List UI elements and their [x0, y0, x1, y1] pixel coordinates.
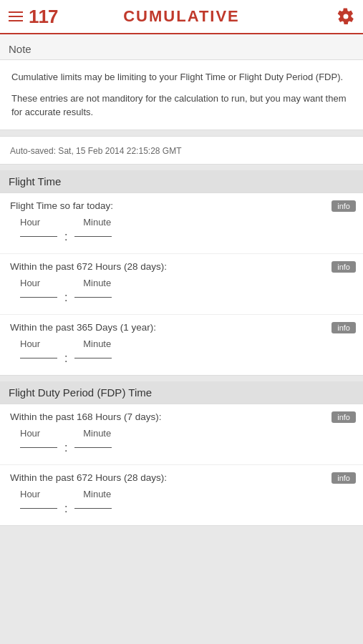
- autosave-bar: Auto-saved: Sat, 15 Feb 2014 22:15:28 GM…: [0, 136, 363, 165]
- info-button-365[interactable]: info: [331, 322, 356, 333]
- hour-input-365[interactable]: [20, 358, 57, 358]
- minute-input-365[interactable]: [74, 358, 112, 358]
- minute-label-fdp-672: Minute: [83, 489, 111, 499]
- hour-label-today: Hour: [20, 217, 40, 228]
- minute-label-fdp-168: Minute: [83, 428, 111, 439]
- hour-input-today[interactable]: [20, 236, 57, 237]
- hour-input-672-ft[interactable]: [20, 297, 57, 298]
- note-card: Cumulative limits may be limiting to you…: [0, 59, 363, 130]
- hour-input-fdp-168[interactable]: [20, 447, 57, 448]
- hm-inputs-today: :: [10, 230, 353, 243]
- hm-labels-fdp-168: Hour Minute: [10, 428, 353, 439]
- minute-input-today[interactable]: [74, 236, 112, 237]
- fdp-subtitle-168: Within the past 168 Hours (7 days):: [10, 411, 353, 422]
- hour-label-fdp-168: Hour: [20, 428, 40, 439]
- fdp-time-cards: info Within the past 168 Hours (7 days):…: [0, 404, 363, 526]
- page-title: CUMULATIVE: [123, 7, 240, 26]
- settings-icon[interactable]: [337, 8, 354, 25]
- flight-time-cards: info Flight Time so far today: Hour Minu…: [0, 192, 363, 376]
- fdp-subtitle-672: Within the past 672 Hours (28 days):: [10, 472, 353, 483]
- info-button-672-ft[interactable]: info: [331, 261, 356, 273]
- minute-input-fdp-672[interactable]: [74, 508, 112, 509]
- colon-today: :: [63, 230, 69, 243]
- minute-label-672: Minute: [83, 278, 111, 288]
- minute-input-672-ft[interactable]: [74, 297, 112, 298]
- flight-time-subtitle-365: Within the past 365 Days (1 year):: [10, 322, 353, 333]
- menu-button[interactable]: [9, 11, 23, 21]
- hour-label-365: Hour: [20, 338, 40, 349]
- hm-inputs-fdp-168: :: [10, 441, 353, 454]
- hour-label-672: Hour: [20, 278, 40, 288]
- hm-inputs-672: :: [10, 291, 353, 304]
- flight-time-subtitle-today: Flight Time so far today:: [10, 200, 353, 211]
- info-button-168[interactable]: info: [331, 411, 356, 423]
- hm-labels-today: Hour Minute: [10, 217, 353, 228]
- header-left: 117: [9, 6, 57, 28]
- app-header: 117 CUMULATIVE: [0, 0, 363, 34]
- info-button-today[interactable]: info: [331, 200, 356, 212]
- autosave-text: Auto-saved: Sat, 15 Feb 2014 22:15:28 GM…: [10, 146, 181, 156]
- fdp-row-672: info Within the past 672 Hours (28 days)…: [0, 465, 363, 525]
- hm-labels-365: Hour Minute: [10, 338, 353, 349]
- note-label: Note: [0, 40, 363, 59]
- fdp-header: Flight Duty Period (FDP) Time: [0, 381, 363, 404]
- hm-inputs-365: :: [10, 352, 353, 365]
- hour-input-fdp-672[interactable]: [20, 508, 57, 509]
- note-text-1: Cumulative limits may be limiting to you…: [11, 70, 352, 84]
- colon-fdp-672: :: [63, 502, 69, 515]
- hour-label-fdp-672: Hour: [20, 489, 40, 499]
- hm-inputs-fdp-672: :: [10, 502, 353, 515]
- flight-time-row-today: info Flight Time so far today: Hour Minu…: [0, 193, 363, 254]
- flight-time-header: Flight Time: [0, 170, 363, 192]
- fdp-row-168: info Within the past 168 Hours (7 days):…: [0, 404, 363, 465]
- hm-labels-672: Hour Minute: [10, 278, 353, 288]
- note-section: Note Cumulative limits may be limiting t…: [0, 34, 363, 130]
- flight-time-row-672: info Within the past 672 Hours (28 days)…: [0, 254, 363, 315]
- colon-365: :: [63, 352, 69, 365]
- flight-time-subtitle-672: Within the past 672 Hours (28 days):: [10, 261, 353, 272]
- minute-label-365: Minute: [83, 338, 111, 349]
- colon-672: :: [63, 291, 69, 304]
- minute-input-fdp-168[interactable]: [74, 447, 112, 448]
- hm-labels-fdp-672: Hour Minute: [10, 489, 353, 499]
- logo-text: 117: [29, 6, 57, 28]
- info-button-672-fdp[interactable]: info: [331, 472, 356, 484]
- flight-time-row-365: info Within the past 365 Days (1 year): …: [0, 315, 363, 375]
- note-text-2: These entries are not manditory for the …: [11, 92, 352, 119]
- minute-label-today: Minute: [83, 217, 111, 228]
- colon-fdp-168: :: [63, 441, 69, 454]
